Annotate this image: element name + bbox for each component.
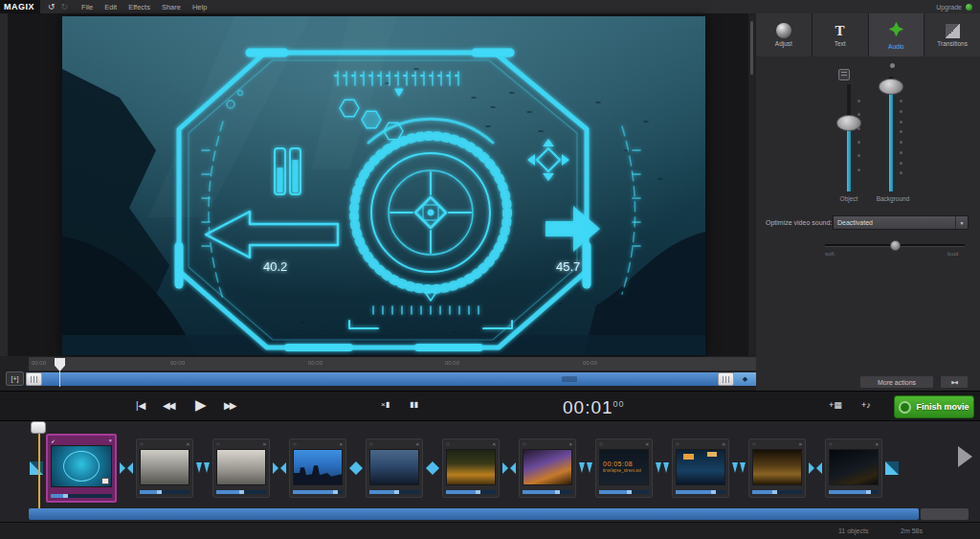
clip-rotate-icon[interactable]: ○: [676, 441, 679, 447]
timeline-scrollbar[interactable]: [29, 508, 919, 520]
clip-close-icon[interactable]: ×: [722, 441, 725, 447]
timeline-clip[interactable]: ○×: [748, 438, 806, 498]
clip-close-icon[interactable]: ×: [492, 441, 496, 447]
undo-icon[interactable]: ↺: [48, 2, 56, 11]
timeline-clip[interactable]: ○×00:05:08timelapse_street.avi: [595, 438, 653, 498]
timeline-clip[interactable]: ✓×: [46, 434, 117, 503]
menu-item-edit[interactable]: Edit: [104, 3, 117, 11]
timeline-clip[interactable]: ○×: [672, 438, 729, 498]
rewind-button[interactable]: ◀◀: [163, 400, 173, 411]
timeline-clip[interactable]: ○×: [519, 438, 576, 498]
add-music-button[interactable]: +♪: [861, 400, 871, 410]
background-volume-fill: [889, 92, 893, 191]
clip-check-icon[interactable]: ✓: [51, 438, 56, 444]
tab-text[interactable]: TText: [813, 13, 868, 56]
timeline-clip[interactable]: ○×: [136, 438, 193, 498]
clip-header: ○×: [367, 439, 422, 449]
preview-area: 40.2 45.7: [8, 13, 748, 356]
timeline-playhead-handle[interactable]: [31, 421, 46, 434]
transition-icon-diamond[interactable]: [423, 460, 442, 476]
range-marker-button[interactable]: [+]: [6, 371, 24, 386]
menu-item-effects[interactable]: Effects: [128, 3, 150, 11]
clip-close-icon[interactable]: ×: [798, 441, 802, 447]
clip-rotate-icon[interactable]: ○: [752, 441, 756, 447]
scrub-left-handle[interactable]: [26, 372, 42, 386]
menu-item-file[interactable]: File: [81, 3, 93, 11]
finish-movie-button[interactable]: Finish movie: [894, 395, 974, 418]
timeline-clip[interactable]: ○×: [212, 438, 270, 498]
video-preview[interactable]: 40.2 45.7: [62, 16, 705, 355]
preview-timeline-ruler[interactable]: 00:0000:0000:0000:0000:00: [29, 357, 756, 371]
transition-icon-mdown[interactable]: [193, 460, 212, 476]
panel-tabs: AdjustTTextAudioTransitions: [756, 13, 980, 56]
clip-rotate-icon[interactable]: ○: [140, 441, 144, 447]
transition-icon-bowtie[interactable]: [117, 460, 136, 476]
transition-icon-diag[interactable]: [27, 460, 46, 476]
tab-audio[interactable]: Audio: [869, 13, 924, 56]
timeline-scrollbar-end[interactable]: [921, 508, 969, 520]
clip-close-icon[interactable]: ×: [875, 441, 879, 447]
transition-icon-diag[interactable]: [882, 460, 902, 476]
sound-mix-handle[interactable]: [890, 240, 901, 251]
clip-rotate-icon[interactable]: ○: [216, 441, 220, 447]
tab-label: Transitions: [937, 40, 968, 47]
scroll-right-arrow[interactable]: [958, 446, 972, 467]
slider-scale-dot: [858, 141, 860, 144]
clip-close-icon[interactable]: ×: [186, 441, 189, 447]
audio-icon: [888, 21, 904, 41]
fast-forward-button[interactable]: ▶▶: [224, 400, 234, 411]
clip-thumbnail: [523, 449, 572, 485]
jump-start-button[interactable]: |◀: [136, 400, 145, 411]
clip-close-icon[interactable]: ×: [645, 441, 649, 447]
redo-icon[interactable]: ↻: [61, 2, 69, 11]
clip-close-icon[interactable]: ×: [339, 441, 343, 447]
transition-icon-bowtie[interactable]: [500, 460, 519, 476]
timeline-clip[interactable]: ○×: [366, 438, 423, 498]
menu-item-help[interactable]: Help: [192, 3, 207, 11]
clip-overlay: 00:05:08timelapse_street.avi: [603, 460, 641, 474]
transition-icon-bowtie[interactable]: [806, 460, 825, 476]
fit-view-button[interactable]: ▶◀: [940, 375, 969, 389]
transition-icon-bowtie[interactable]: [270, 460, 289, 476]
audio-panel: AdjustTTextAudioTransitions Object Backg…: [756, 13, 980, 391]
clip-header: ○×: [443, 439, 499, 449]
clip-thumbnail: 00:05:08timelapse_street.avi: [599, 449, 649, 485]
background-volume-handle[interactable]: [879, 79, 903, 95]
ruler-label: 00:00: [445, 360, 459, 366]
mute-toggle-button[interactable]: [838, 69, 850, 80]
clip-rotate-icon[interactable]: ○: [829, 441, 833, 447]
transition-icon-diamond[interactable]: [346, 460, 366, 476]
timeline-clip[interactable]: ○×: [825, 438, 882, 498]
clip-close-icon[interactable]: ×: [568, 441, 572, 447]
clip-close-icon[interactable]: ×: [415, 441, 419, 447]
scrub-right-handle[interactable]: [718, 372, 734, 386]
add-video-button[interactable]: +▦: [829, 400, 842, 410]
clip-rotate-icon[interactable]: ○: [293, 441, 297, 447]
menu-item-share[interactable]: Share: [162, 3, 181, 11]
preview-scrollbar[interactable]: [749, 17, 754, 352]
clip-close-icon[interactable]: ×: [108, 438, 112, 443]
clip-close-icon[interactable]: ×: [262, 441, 266, 447]
clip-duration-bar: [599, 490, 649, 494]
remove-object-button[interactable]: ×▮: [381, 400, 390, 409]
split-object-button[interactable]: ▮▮: [410, 400, 418, 409]
transition-icon-mdown[interactable]: [729, 460, 748, 476]
clip-rotate-icon[interactable]: ○: [369, 441, 373, 447]
export-icon: [899, 401, 911, 414]
transition-icon-mdown[interactable]: [576, 460, 595, 476]
clip-rotate-icon[interactable]: ○: [446, 441, 450, 447]
play-button[interactable]: ▶: [195, 396, 207, 414]
scrubber-zoom-button[interactable]: ◆: [734, 372, 756, 386]
timeline-clip[interactable]: ○×: [289, 438, 346, 498]
timeline-clip[interactable]: ○×: [442, 438, 500, 498]
preview-scrub-track[interactable]: ◆: [26, 372, 756, 386]
clip-rotate-icon[interactable]: ○: [523, 441, 526, 447]
upgrade-area[interactable]: Upgrade: [936, 0, 972, 13]
object-count: 11 objects: [838, 528, 868, 534]
optimize-sound-dropdown[interactable]: Deactivated ▼: [833, 215, 969, 230]
transition-icon-mdown[interactable]: [653, 460, 672, 476]
tab-transitions[interactable]: Transitions: [924, 13, 980, 56]
tab-adjust[interactable]: Adjust: [756, 13, 812, 56]
clip-rotate-icon[interactable]: ○: [599, 441, 603, 447]
more-actions-button[interactable]: More actions: [859, 375, 934, 389]
